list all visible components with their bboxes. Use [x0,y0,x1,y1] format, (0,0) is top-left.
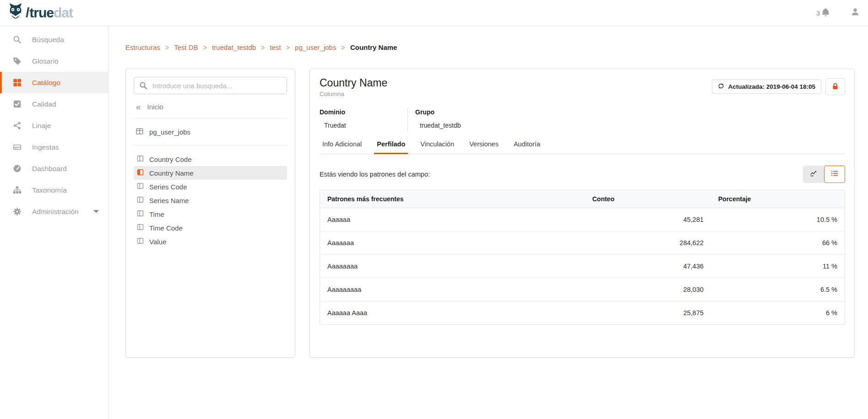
sidebar-item-ingestas[interactable]: Ingestas [0,136,108,158]
bell-icon [821,7,830,19]
tree-search [134,77,287,94]
breadcrumb-link-testdb[interactable]: Test DB [174,43,198,51]
topbar-actions: 3 [816,7,860,19]
breadcrumb-separator: > [203,44,207,51]
breadcrumb-link-truedat-testdb[interactable]: truedat_testdb [212,43,256,51]
column-label: Series Name [149,197,189,204]
table-header-row: Patrones más frecuentes Conteo Porcentaj… [320,190,845,208]
share-icon [12,121,22,130]
tree-back-label: Inicio [147,103,163,111]
breadcrumb-separator: > [261,44,265,51]
percentage-cell: 11 % [711,254,845,278]
column-item-country-name[interactable]: Country Name [134,166,287,180]
chevron-down-icon [93,210,99,213]
sidebar-item-administracion[interactable]: Administración [0,201,108,222]
sidebar-item-label: Taxonomía [32,186,67,194]
sidebar-item-label: Linaje [32,122,51,130]
tree-table-pg-user-jobs[interactable]: pg_user_jobs [134,125,287,138]
logo-word-dat: dat [54,5,73,20]
updated-button[interactable]: Actualizada: 2019-06-04 18:05 [712,80,821,94]
column-icon [137,196,144,204]
search-input[interactable] [134,77,287,94]
lock-button[interactable] [825,78,845,95]
sidebar-item-dashboard[interactable]: Dashboard [0,158,108,179]
column-item-time[interactable]: Time [134,207,287,221]
chart-icon [809,169,818,179]
sitemap-icon [12,186,22,194]
search-icon [12,35,22,44]
chart-view-button[interactable] [803,166,824,183]
lock-icon [831,82,839,91]
column-item-value[interactable]: Value [134,235,287,248]
column-label: Value [149,238,166,246]
header-actions: Actualizada: 2019-06-04 18:05 [712,78,845,95]
list-view-button[interactable] [824,166,845,183]
breadcrumb-link-estructuras[interactable]: Estructuras [125,43,160,51]
page-title: Country Name [320,77,387,89]
search-icon [139,81,147,91]
sidebar-item-catalogo[interactable]: Catálogo [0,72,108,93]
table-row: Aaaaaaaa 47,436 11 % [320,254,845,278]
tab-perfilado[interactable]: Perfilado [374,140,408,154]
sidebar-item-taxonomia[interactable]: Taxonomía [0,179,108,201]
sidebar-item-calidad[interactable]: Calidad [0,93,108,115]
column-item-series-code[interactable]: Series Code [134,180,287,193]
column-icon [137,183,144,191]
notifications-button[interactable]: 3 [816,7,830,19]
column-label: Country Name [149,169,194,177]
sidebar-item-linaje[interactable]: Linaje [0,115,108,136]
column-icon [137,155,144,163]
structure-detail-panel: Country Name Columna Actualizada: 2019-0… [309,69,855,358]
group-block: Grupo truedat_testdb [407,108,461,131]
tab-auditoria[interactable]: Auditoría [511,140,543,154]
detail-title-block: Country Name Columna [320,77,387,97]
divider [134,118,287,118]
tab-info-adicional[interactable]: Info Adicional [320,140,364,154]
sidebar-item-glosario[interactable]: Glosario [0,50,108,72]
logo-slash: / [26,5,29,20]
domain-block: Dominio Truedat [320,108,407,131]
sidebar-item-label: Catálogo [32,79,60,87]
tree-back-home[interactable]: « Inicio [134,102,287,111]
table-row: Aaaaaa 45,281 10.5 % [320,208,845,231]
breadcrumb-separator: > [286,44,290,51]
table-icon [136,128,143,136]
detail-tabs: Info Adicional Perfilado Vinculación Ver… [320,140,845,154]
column-item-series-name[interactable]: Series Name [134,193,287,207]
refresh-icon [718,83,724,91]
column-label: Series Code [149,183,187,191]
column-icon [137,237,144,246]
view-toggle [803,166,845,183]
tab-vinculacion[interactable]: Vinculación [418,140,457,154]
metadata-row: Dominio Truedat Grupo truedat_testdb [320,108,845,131]
breadcrumb-separator: > [165,44,169,51]
sidebar-item-busqueda[interactable]: Búsqueda [0,29,108,50]
patterns-caption-row: Estás viendo los patrones del campo: [320,166,845,183]
app: /truedat 3 [0,0,868,419]
column-item-country-code[interactable]: Country Code [134,152,287,166]
header-patterns: Patrones más frecuentes [320,190,585,208]
column-label: Country Code [149,156,192,163]
logo-text: /truedat [26,6,73,20]
top-bar: /truedat 3 [0,0,868,26]
user-avatar-icon[interactable] [851,7,860,18]
column-item-time-code[interactable]: Time Code [134,221,287,235]
sidebar-item-label: Glosario [32,57,59,65]
percentage-cell: 6.5 % [711,278,845,301]
tab-versiones[interactable]: Versiones [467,140,501,154]
sidebar-item-label: Búsqueda [32,36,64,44]
count-cell: 45,281 [585,208,711,231]
pattern-cell: Aaaaaaa [320,231,585,254]
breadcrumb-link-pg-user-jobs[interactable]: pg_user_jobs [295,43,336,51]
breadcrumb-link-test[interactable]: test [270,43,281,51]
count-cell: 47,436 [585,254,711,278]
truedat-logo[interactable]: /truedat [6,3,73,23]
sidebar-item-label: Administración [32,208,79,216]
patterns-caption: Estás viendo los patrones del campo: [320,171,430,178]
percentage-cell: 6 % [711,301,845,324]
group-label: Grupo [415,108,461,116]
count-cell: 28,030 [585,278,711,301]
sidebar-item-label: Calidad [32,100,56,108]
structure-type: Columna [320,91,387,97]
table-row: Aaaaaa Aaaa 25,875 6 % [320,301,845,324]
